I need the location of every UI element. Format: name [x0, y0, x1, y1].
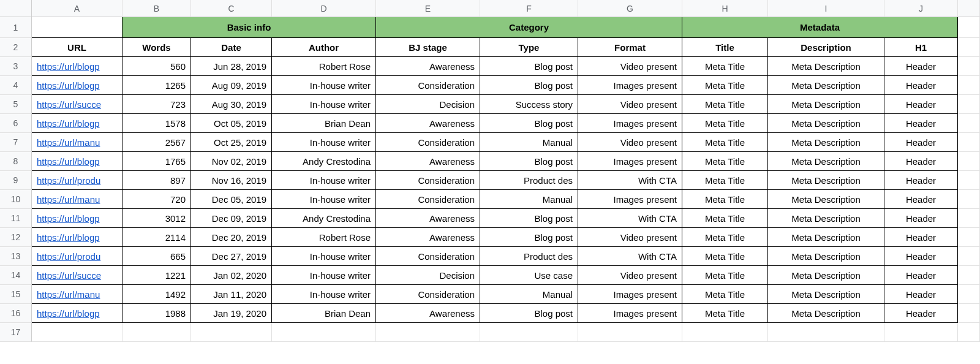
cell-type[interactable]: Use case	[480, 266, 578, 285]
cell-url[interactable]: https://url/manu	[32, 133, 123, 152]
row-header-2[interactable]: 2	[0, 38, 32, 57]
select-all-corner[interactable]	[0, 0, 32, 17]
cell-type[interactable]: Blog post	[480, 114, 578, 133]
cell-type[interactable]: Manual	[480, 133, 578, 152]
cell-description[interactable]: Meta Description	[768, 76, 884, 95]
cell-bj-stage[interactable]: Awareness	[376, 152, 480, 171]
cell-format[interactable]: With CTA	[578, 171, 682, 190]
header-author[interactable]: Author	[272, 38, 376, 57]
cell-words[interactable]: 723	[123, 95, 191, 114]
cell-A1[interactable]	[32, 17, 123, 38]
header-description[interactable]: Description	[768, 38, 884, 57]
cell-blank[interactable]	[958, 190, 980, 209]
cell-G17[interactable]	[578, 323, 682, 342]
cell-h1[interactable]: Header	[884, 114, 958, 133]
cell-date[interactable]: Aug 30, 2019	[191, 95, 272, 114]
cell-words[interactable]: 2114	[123, 228, 191, 247]
cell-date[interactable]: Jan 11, 2020	[191, 285, 272, 304]
cell-format[interactable]: Video present	[578, 266, 682, 285]
cell-bj-stage[interactable]: Awareness	[376, 209, 480, 228]
cell-url[interactable]: https://url/manu	[32, 285, 123, 304]
cell-blank[interactable]	[958, 76, 980, 95]
cell-format[interactable]: With CTA	[578, 209, 682, 228]
header-h1[interactable]: H1	[884, 38, 958, 57]
header-words[interactable]: Words	[123, 38, 191, 57]
header-title[interactable]: Title	[682, 38, 768, 57]
cell-words[interactable]: 3012	[123, 209, 191, 228]
cell-h1[interactable]: Header	[884, 304, 958, 323]
cell-words[interactable]: 560	[123, 57, 191, 76]
cell-title[interactable]: Meta Title	[682, 247, 768, 266]
cell-url[interactable]: https://url/succe	[32, 266, 123, 285]
cell-format[interactable]: Images present	[578, 114, 682, 133]
cell-h1[interactable]: Header	[884, 171, 958, 190]
row-header[interactable]: 12	[0, 228, 32, 247]
row-header-1[interactable]: 1	[0, 17, 32, 38]
cell-url[interactable]: https://url/manu	[32, 190, 123, 209]
cell-K2[interactable]	[958, 38, 980, 57]
header-url[interactable]: URL	[32, 38, 123, 57]
row-header[interactable]: 8	[0, 152, 32, 171]
col-header-blank[interactable]	[958, 0, 980, 17]
cell-author[interactable]: Brian Dean	[272, 304, 376, 323]
cell-words[interactable]: 2567	[123, 133, 191, 152]
cell-bj-stage[interactable]: Awareness	[376, 228, 480, 247]
cell-url[interactable]: https://url/blogp	[32, 57, 123, 76]
cell-h1[interactable]: Header	[884, 285, 958, 304]
cell-blank[interactable]	[958, 152, 980, 171]
row-header[interactable]: 16	[0, 304, 32, 323]
cell-url[interactable]: https://url/blogp	[32, 209, 123, 228]
cell-format[interactable]: Images present	[578, 190, 682, 209]
cell-E17[interactable]	[376, 323, 480, 342]
cell-description[interactable]: Meta Description	[768, 57, 884, 76]
group-category[interactable]: Category	[376, 17, 682, 38]
cell-format[interactable]: Video present	[578, 95, 682, 114]
cell-title[interactable]: Meta Title	[682, 209, 768, 228]
cell-format[interactable]: With CTA	[578, 247, 682, 266]
cell-type[interactable]: Product des	[480, 247, 578, 266]
cell-date[interactable]: Dec 05, 2019	[191, 190, 272, 209]
cell-author[interactable]: Robert Rose	[272, 228, 376, 247]
row-header[interactable]: 13	[0, 247, 32, 266]
cell-type[interactable]: Success story	[480, 95, 578, 114]
header-date[interactable]: Date	[191, 38, 272, 57]
row-header[interactable]: 9	[0, 171, 32, 190]
cell-words[interactable]: 720	[123, 190, 191, 209]
header-format[interactable]: Format	[578, 38, 682, 57]
cell-words[interactable]: 897	[123, 171, 191, 190]
cell-url[interactable]: https://url/blogp	[32, 228, 123, 247]
cell-blank[interactable]	[958, 171, 980, 190]
cell-description[interactable]: Meta Description	[768, 152, 884, 171]
col-header-A[interactable]: A	[32, 0, 123, 17]
cell-format[interactable]: Images present	[578, 76, 682, 95]
cell-bj-stage[interactable]: Consideration	[376, 285, 480, 304]
col-header-I[interactable]: I	[768, 0, 884, 17]
cell-title[interactable]: Meta Title	[682, 133, 768, 152]
col-header-G[interactable]: G	[578, 0, 682, 17]
cell-type[interactable]: Manual	[480, 285, 578, 304]
cell-blank[interactable]	[958, 95, 980, 114]
group-metadata[interactable]: Metadata	[682, 17, 958, 38]
cell-words[interactable]: 1765	[123, 152, 191, 171]
cell-words[interactable]: 1578	[123, 114, 191, 133]
col-header-C[interactable]: C	[191, 0, 272, 17]
cell-words[interactable]: 665	[123, 247, 191, 266]
cell-date[interactable]: Dec 27, 2019	[191, 247, 272, 266]
cell-blank[interactable]	[958, 247, 980, 266]
cell-type[interactable]: Product des	[480, 171, 578, 190]
cell-type[interactable]: Blog post	[480, 76, 578, 95]
cell-title[interactable]: Meta Title	[682, 57, 768, 76]
cell-C17[interactable]	[191, 323, 272, 342]
cell-h1[interactable]: Header	[884, 133, 958, 152]
cell-bj-stage[interactable]: Consideration	[376, 247, 480, 266]
cell-title[interactable]: Meta Title	[682, 266, 768, 285]
cell-date[interactable]: Nov 16, 2019	[191, 171, 272, 190]
cell-author[interactable]: Andy Crestodina	[272, 152, 376, 171]
cell-bj-stage[interactable]: Awareness	[376, 304, 480, 323]
cell-author[interactable]: In-house writer	[272, 95, 376, 114]
cell-description[interactable]: Meta Description	[768, 133, 884, 152]
cell-h1[interactable]: Header	[884, 228, 958, 247]
cell-I17[interactable]	[768, 323, 884, 342]
cell-author[interactable]: In-house writer	[272, 247, 376, 266]
row-header[interactable]: 5	[0, 95, 32, 114]
